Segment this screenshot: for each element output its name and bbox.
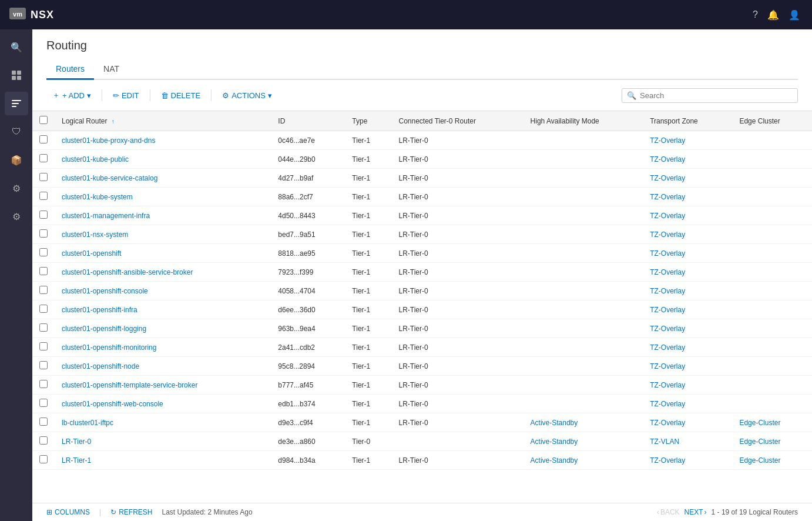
- tab-routers[interactable]: Routers: [46, 59, 94, 80]
- router-name-link[interactable]: cluster01-openshift-console: [62, 287, 148, 295]
- router-name-link[interactable]: cluster01-openshift-node: [62, 362, 139, 370]
- tz-link[interactable]: TZ-Overlay: [650, 456, 685, 465]
- page-title: Routing: [46, 39, 798, 52]
- tz-link[interactable]: TZ-Overlay: [650, 212, 685, 220]
- tz-link[interactable]: TZ-Overlay: [650, 174, 685, 182]
- tz-link[interactable]: TZ-Overlay: [650, 155, 685, 163]
- router-name-link[interactable]: cluster01-openshift-logging: [62, 325, 146, 333]
- tz-link[interactable]: TZ-Overlay: [650, 362, 685, 370]
- row-checkbox[interactable]: [39, 436, 48, 445]
- router-name-link[interactable]: cluster01-openshift-ansible-service-brok…: [62, 268, 193, 276]
- ha-link[interactable]: Active-Standby: [531, 456, 578, 465]
- router-name-link[interactable]: cluster01-openshift: [62, 249, 121, 258]
- vmware-icon: vm: [9, 8, 26, 22]
- actions-button[interactable]: ⚙ ACTIONS ▾: [216, 88, 278, 103]
- tz-link[interactable]: TZ-Overlay: [650, 381, 685, 389]
- row-checkbox[interactable]: [39, 418, 48, 426]
- row-checkbox[interactable]: [39, 323, 48, 332]
- row-checkbox[interactable]: [39, 455, 48, 463]
- tz-link[interactable]: TZ-Overlay: [650, 231, 685, 239]
- back-button[interactable]: ‹ BACK: [657, 508, 680, 516]
- col-edge-cluster[interactable]: Edge Cluster: [732, 111, 812, 131]
- router-name-link[interactable]: LR-Tier-1: [62, 456, 91, 465]
- ha-link[interactable]: Active-Standby: [531, 437, 578, 446]
- add-button[interactable]: ＋ + ADD ▾: [46, 87, 97, 103]
- user-icon[interactable]: 👤: [788, 9, 800, 21]
- row-checkbox-cell: [32, 357, 55, 376]
- sidebar-lb[interactable]: ⚙: [5, 176, 28, 200]
- col-type[interactable]: Type: [345, 111, 391, 131]
- tz-link[interactable]: TZ-Overlay: [650, 400, 685, 408]
- row-checkbox[interactable]: [39, 173, 48, 181]
- row-checkbox[interactable]: [39, 248, 48, 256]
- row-checkbox[interactable]: [39, 399, 48, 407]
- tz-link[interactable]: TZ-Overlay: [650, 136, 685, 145]
- table-row: cluster01-openshift-node 95c8...2894 Tie…: [32, 357, 812, 376]
- ec-link[interactable]: Edge-Cluster: [739, 419, 780, 427]
- router-name-link[interactable]: cluster01-kube-public: [62, 155, 129, 163]
- col-id[interactable]: ID: [271, 111, 345, 131]
- router-name-link[interactable]: LR-Tier-0: [62, 437, 91, 446]
- row-checkbox[interactable]: [39, 361, 48, 369]
- svg-rect-3: [17, 71, 21, 75]
- router-name-link[interactable]: cluster01-openshift-template-service-bro…: [62, 381, 197, 389]
- row-checkbox[interactable]: [39, 342, 48, 350]
- row-checkbox[interactable]: [39, 286, 48, 294]
- router-name-link[interactable]: cluster01-management-infra: [62, 212, 150, 220]
- tz-link[interactable]: TZ-Overlay: [650, 306, 685, 314]
- tab-nat[interactable]: NAT: [94, 59, 129, 80]
- sidebar-routing[interactable]: [5, 92, 28, 115]
- router-name-link[interactable]: cluster01-openshift-monitoring: [62, 343, 156, 352]
- select-all-checkbox[interactable]: [39, 116, 48, 124]
- row-ha-cell: [524, 357, 643, 376]
- search-input[interactable]: [640, 91, 793, 100]
- row-checkbox[interactable]: [39, 305, 48, 313]
- tz-link[interactable]: TZ-Overlay: [650, 419, 685, 427]
- router-name-link[interactable]: cluster01-openshift-web-console: [62, 400, 163, 408]
- ec-link[interactable]: Edge-Cluster: [739, 437, 780, 446]
- row-checkbox[interactable]: [39, 135, 48, 143]
- router-name-link[interactable]: cluster01-kube-proxy-and-dns: [62, 136, 155, 145]
- ec-link[interactable]: Edge-Cluster: [739, 456, 780, 465]
- row-ec-cell: [732, 150, 812, 169]
- notification-icon[interactable]: 🔔: [767, 9, 779, 21]
- help-icon[interactable]: ?: [753, 9, 758, 20]
- tz-link[interactable]: TZ-Overlay: [650, 325, 685, 333]
- router-name-link[interactable]: cluster01-kube-system: [62, 193, 133, 201]
- next-button[interactable]: NEXT ›: [685, 508, 707, 516]
- row-checkbox[interactable]: [39, 154, 48, 162]
- delete-button[interactable]: 🗑 DELETE: [155, 88, 207, 103]
- router-name-link[interactable]: cluster01-kube-service-catalog: [62, 174, 157, 182]
- sidebar-settings[interactable]: ⚙: [5, 205, 28, 228]
- row-ec-cell: [732, 282, 812, 300]
- col-connected-tier0[interactable]: Connected Tier-0 Router: [391, 111, 523, 131]
- row-tz-cell: TZ-Overlay: [643, 300, 732, 319]
- tz-link[interactable]: TZ-Overlay: [650, 193, 685, 201]
- tz-link[interactable]: TZ-VLAN: [650, 437, 679, 446]
- sidebar-dashboard[interactable]: [5, 64, 28, 87]
- tz-link[interactable]: TZ-Overlay: [650, 249, 685, 258]
- router-name-link[interactable]: cluster01-openshift-infra: [62, 306, 137, 314]
- search-box[interactable]: 🔍: [622, 88, 798, 103]
- sidebar-search[interactable]: 🔍: [5, 35, 28, 59]
- edit-button[interactable]: ✏ EDIT: [107, 88, 145, 103]
- refresh-button[interactable]: ↻ REFRESH: [110, 508, 152, 516]
- row-checkbox[interactable]: [39, 267, 48, 275]
- tz-link[interactable]: TZ-Overlay: [650, 343, 685, 352]
- sidebar-inventory[interactable]: 📦: [5, 148, 28, 172]
- tz-link[interactable]: TZ-Overlay: [650, 268, 685, 276]
- col-ha-mode[interactable]: High Availability Mode: [524, 111, 643, 131]
- columns-button[interactable]: ⊞ COLUMNS: [46, 508, 90, 516]
- router-name-link[interactable]: lb-cluster01-iftpc: [62, 419, 113, 427]
- row-checkbox[interactable]: [39, 211, 48, 219]
- sidebar-security[interactable]: 🛡: [5, 120, 28, 143]
- col-logical-router[interactable]: Logical Router ↑: [55, 111, 271, 131]
- tz-link[interactable]: TZ-Overlay: [650, 287, 685, 295]
- col-transport-zone[interactable]: Transport Zone: [643, 111, 732, 131]
- ha-link[interactable]: Active-Standby: [531, 419, 578, 427]
- row-checkbox[interactable]: [39, 192, 48, 200]
- router-name-link[interactable]: cluster01-nsx-system: [62, 231, 128, 239]
- table-row: cluster01-kube-service-catalog 4d27...b9…: [32, 169, 812, 188]
- row-checkbox[interactable]: [39, 229, 48, 238]
- row-checkbox[interactable]: [39, 380, 48, 388]
